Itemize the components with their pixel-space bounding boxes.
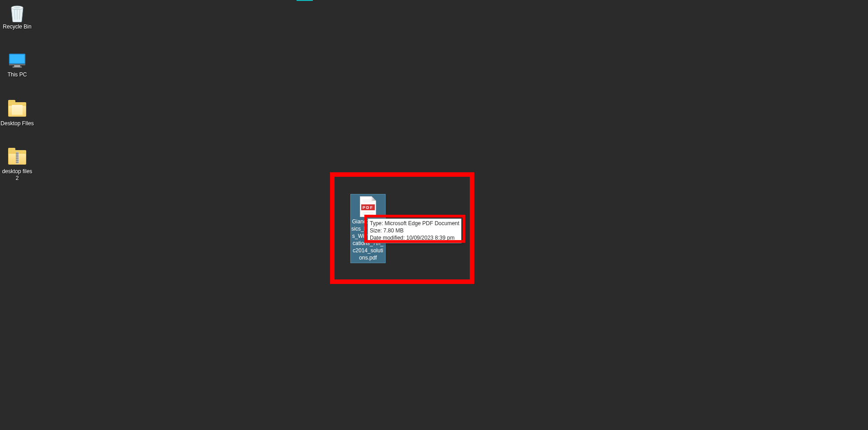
- tooltip-type-label: Type:: [370, 220, 383, 227]
- pdf-file-icon: PDF: [360, 196, 376, 217]
- tooltip-modified-value: 10/09/2023 8:39 pm: [406, 235, 455, 241]
- svg-rect-6: [13, 66, 22, 67]
- tooltip-size-row: Size: 7.80 MB: [370, 227, 459, 234]
- tooltip-size-value: 7.80 MB: [383, 227, 404, 234]
- pdf-badge: PDF: [361, 204, 375, 210]
- svg-point-1: [14, 7, 21, 9]
- desktop-icon-this-pc[interactable]: This PC: [0, 52, 34, 78]
- tooltip-modified-label: Date modified:: [370, 235, 405, 241]
- desktop-icon-label: Recycle Bin: [3, 24, 31, 30]
- recycle-bin-icon: [8, 4, 26, 22]
- desktop-icon-label: This PC: [8, 71, 27, 78]
- desktop-icon-desktop-files[interactable]: Desktop FIles: [0, 100, 34, 127]
- file-tooltip: Type: Microsoft Edge PDF Document Size: …: [368, 218, 462, 243]
- tooltip-type-row: Type: Microsoft Edge PDF Document: [370, 220, 459, 227]
- svg-rect-4: [9, 64, 25, 66]
- desktop-icon-desktop-files-2[interactable]: desktop files 2: [0, 148, 34, 182]
- this-pc-icon: [8, 52, 26, 70]
- window-top-accent: [297, 0, 313, 1]
- folder-icon: [8, 100, 26, 118]
- tooltip-size-label: Size:: [370, 227, 382, 234]
- desktop-icon-label: Desktop FIles: [0, 120, 33, 127]
- tooltip-modified-row: Date modified: 10/09/2023 8:39 pm: [370, 234, 459, 241]
- svg-rect-3: [10, 55, 24, 63]
- svg-rect-5: [14, 65, 20, 66]
- zipped-folder-icon: [8, 148, 26, 166]
- tooltip-type-value: Microsoft Edge PDF Document: [385, 220, 459, 227]
- desktop-icon-recycle-bin[interactable]: Recycle Bin: [0, 4, 34, 30]
- desktop-icon-label: desktop files 2: [0, 168, 34, 182]
